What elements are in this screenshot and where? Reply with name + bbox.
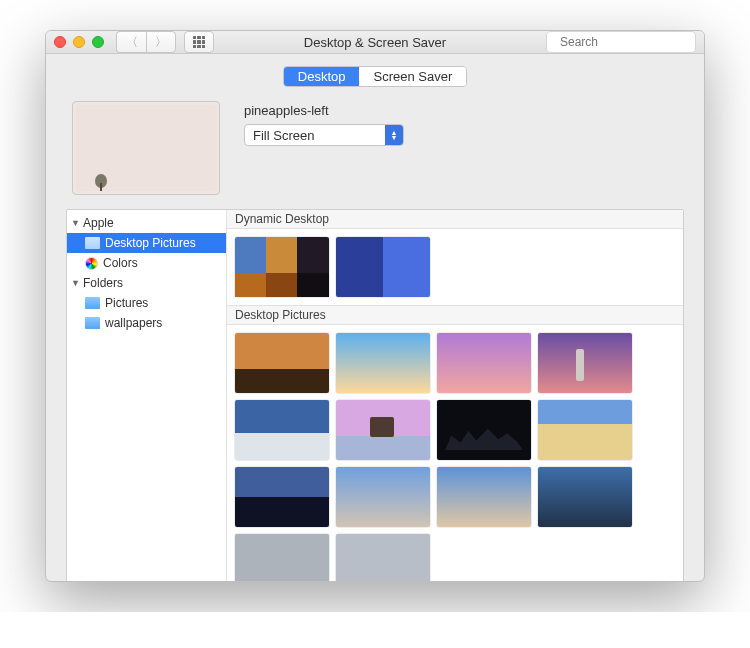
chevron-right-icon: 〉	[155, 34, 167, 51]
tree-item-desktop-pictures[interactable]: Desktop Pictures	[67, 233, 226, 253]
wallpaper-thumbnail[interactable]	[235, 534, 329, 582]
tree-item-wallpapers[interactable]: wallpapers	[67, 313, 226, 333]
preview-details: pineapples-left Fill Screen ▲▼	[244, 101, 404, 195]
grid-icon	[193, 36, 205, 48]
show-all-button[interactable]	[184, 31, 214, 53]
wallpaper-thumbnail[interactable]	[336, 467, 430, 527]
forward-button[interactable]: 〉	[146, 31, 176, 53]
color-wheel-icon	[85, 257, 98, 270]
disclosure-triangle-icon: ▼	[71, 218, 81, 228]
section-header-desktop-pictures: Desktop Pictures	[227, 305, 683, 325]
wallpaper-thumbnail[interactable]	[235, 467, 329, 527]
wallpaper-name-label: pineapples-left	[244, 103, 404, 118]
tree-label: Folders	[83, 276, 123, 290]
wallpaper-thumbnail[interactable]	[538, 400, 632, 460]
preferences-window: 〈 〉 Desktop & Screen Saver Desktop Scree…	[45, 30, 705, 582]
fill-mode-select[interactable]: Fill Screen ▲▼	[244, 124, 404, 146]
search-input[interactable]	[558, 34, 705, 50]
search-field[interactable]	[546, 31, 696, 53]
preview-row: pineapples-left Fill Screen ▲▼	[66, 101, 684, 209]
current-wallpaper-preview	[72, 101, 220, 195]
source-split: ▼ Apple Desktop Pictures Colors ▼ Folder…	[66, 209, 684, 582]
tree-item-colors[interactable]: Colors	[67, 253, 226, 273]
dynamic-desktop-thumbs	[227, 229, 683, 305]
wallpaper-thumbnail[interactable]	[538, 467, 632, 527]
tree-label: Desktop Pictures	[105, 236, 196, 250]
disclosure-triangle-icon: ▼	[71, 278, 81, 288]
tree-label: Pictures	[105, 296, 148, 310]
folder-icon	[85, 297, 100, 309]
tree-label: Colors	[103, 256, 138, 270]
desktop-pictures-thumbs	[227, 325, 683, 582]
back-button[interactable]: 〈	[116, 31, 146, 53]
wallpaper-thumbnail[interactable]	[336, 237, 430, 297]
segmented-control: Desktop Screen Saver	[283, 66, 467, 87]
chevron-left-icon: 〈	[126, 34, 138, 51]
tab-desktop[interactable]: Desktop	[284, 67, 360, 86]
tree-label: wallpapers	[105, 316, 162, 330]
wallpaper-thumbnail[interactable]	[336, 534, 430, 582]
folder-icon	[85, 317, 100, 329]
nav-buttons: 〈 〉	[116, 31, 176, 53]
wallpaper-thumbnail[interactable]	[437, 467, 531, 527]
folder-icon	[85, 237, 100, 249]
window-controls	[54, 36, 104, 48]
wallpaper-thumbnail[interactable]	[336, 333, 430, 393]
tree-group-folders[interactable]: ▼ Folders	[67, 273, 226, 293]
fill-mode-value: Fill Screen	[253, 128, 314, 143]
tab-screensaver[interactable]: Screen Saver	[359, 67, 466, 86]
close-window-button[interactable]	[54, 36, 66, 48]
wallpaper-thumbnail[interactable]	[235, 400, 329, 460]
wallpaper-thumbnail[interactable]	[437, 400, 531, 460]
zoom-window-button[interactable]	[92, 36, 104, 48]
wallpaper-thumbnail[interactable]	[235, 237, 329, 297]
thumbnail-content[interactable]: Dynamic Desktop Desktop Pictures	[227, 210, 683, 582]
tree-label: Apple	[83, 216, 114, 230]
source-sidebar[interactable]: ▼ Apple Desktop Pictures Colors ▼ Folder…	[67, 210, 227, 582]
tab-bar: Desktop Screen Saver	[66, 66, 684, 87]
updown-icon: ▲▼	[385, 125, 403, 145]
tree-item-pictures[interactable]: Pictures	[67, 293, 226, 313]
wallpaper-thumbnail[interactable]	[538, 333, 632, 393]
minimize-window-button[interactable]	[73, 36, 85, 48]
tree-illustration	[94, 171, 108, 191]
wallpaper-thumbnail[interactable]	[336, 400, 430, 460]
svg-point-3	[95, 174, 107, 188]
tree-group-apple[interactable]: ▼ Apple	[67, 213, 226, 233]
wallpaper-thumbnail[interactable]	[235, 333, 329, 393]
wallpaper-thumbnail[interactable]	[437, 333, 531, 393]
section-header-dynamic-desktop: Dynamic Desktop	[227, 210, 683, 229]
pane-body: Desktop Screen Saver pineapples-left Fil…	[46, 54, 704, 582]
titlebar: 〈 〉 Desktop & Screen Saver	[46, 31, 704, 54]
